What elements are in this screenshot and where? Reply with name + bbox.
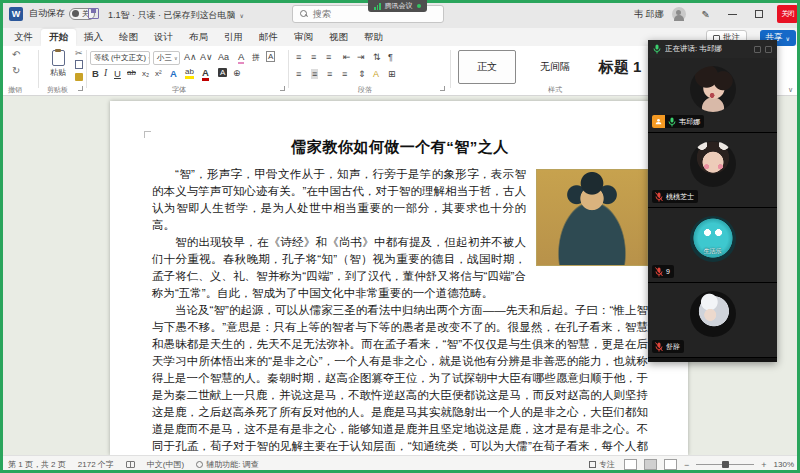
italic-button[interactable]: I: [104, 68, 107, 78]
subscript-button[interactable]: x₂: [142, 69, 149, 78]
close-button[interactable]: 关闭: [777, 5, 798, 23]
style-heading1[interactable]: 标题 1: [590, 50, 650, 84]
proofing-icon[interactable]: [126, 461, 135, 468]
layout-grid-icon[interactable]: [754, 46, 761, 53]
collapse-ribbon-icon[interactable]: ∨: [788, 86, 793, 94]
host-badge-icon: [652, 115, 665, 128]
show-marks-button[interactable]: ¶: [388, 52, 393, 62]
bold-button[interactable]: B: [92, 68, 99, 79]
margin-mark-icon: [144, 131, 151, 138]
participant-tile[interactable]: 韦邱娜: [648, 58, 777, 133]
participant-name: 韦邱娜: [679, 117, 700, 127]
language-indicator[interactable]: 中文(中国): [147, 459, 184, 470]
format-painter-button[interactable]: [75, 73, 83, 81]
cut-button[interactable]: ✂: [75, 48, 83, 58]
grow-font-button[interactable]: A∧: [184, 52, 197, 62]
save-icon[interactable]: [88, 8, 99, 19]
font-name-select[interactable]: 等线 (中文正文) ∨: [90, 51, 150, 65]
tab-layout[interactable]: 布局: [181, 29, 216, 46]
numbered-list-button[interactable]: ≡: [311, 52, 316, 62]
change-case-button[interactable]: Aa: [218, 52, 229, 62]
tab-view[interactable]: 视图: [321, 29, 356, 46]
undo-button[interactable]: ↶: [12, 49, 20, 60]
tab-design[interactable]: 设计: [146, 29, 181, 46]
meeting-header[interactable]: 正在讲话: 韦邱娜: [648, 40, 777, 58]
page-indicator[interactable]: 第 1 页，共 2 页: [8, 459, 66, 470]
tab-insert[interactable]: 插入: [76, 29, 111, 46]
font-size-select[interactable]: 小三 ∨: [153, 51, 180, 65]
pen-mode-icon[interactable]: ✎: [702, 9, 710, 20]
font-color-button[interactable]: A: [202, 67, 209, 81]
zoom-in-button[interactable]: +: [761, 460, 766, 470]
minimize-button[interactable]: [728, 14, 737, 15]
clear-format-button[interactable]: A: [238, 51, 244, 64]
clipboard-icon: [52, 50, 65, 66]
focus-mode-button[interactable]: 专注: [589, 459, 615, 470]
bullet-list-button[interactable]: ≡: [296, 52, 301, 62]
web-layout-button[interactable]: [664, 459, 677, 470]
participant-tile[interactable]: 桃桃芝士: [648, 133, 777, 208]
clipboard-dialog-launcher[interactable]: [78, 86, 83, 91]
borders-button[interactable]: ⊞: [388, 69, 396, 79]
shading-button[interactable]: A: [373, 69, 379, 79]
document-page[interactable]: 儒家教你如何做一个有“智”之人 “智”，形声字，甲骨文作从于，知声，行旁于是竽的…: [110, 101, 688, 455]
zoom-slider-knob[interactable]: [722, 461, 729, 468]
tab-review[interactable]: 审阅: [286, 29, 321, 46]
document-title-bar[interactable]: 1.1智 · 只读 · 已保存到这台电脑 ∨: [108, 9, 244, 22]
increase-indent-button[interactable]: ⇥: [357, 52, 365, 62]
account-name[interactable]: 韦 邱娜: [634, 8, 664, 21]
line-spacing-button[interactable]: ⇕: [358, 69, 366, 79]
group-label-paragraph: 段落: [358, 85, 372, 95]
style-normal[interactable]: 正文: [458, 50, 516, 84]
tab-mailings[interactable]: 邮件: [251, 29, 286, 46]
phonetic-guide-button[interactable]: 拼: [252, 52, 260, 63]
justify-button[interactable]: ≡: [342, 69, 347, 79]
superscript-button[interactable]: x²: [155, 69, 162, 78]
read-mode-button[interactable]: [624, 459, 637, 470]
tab-references[interactable]: 引用: [216, 29, 251, 46]
tab-home[interactable]: 开始: [41, 29, 76, 46]
word-app-icon[interactable]: W: [9, 7, 23, 21]
multilevel-list-button[interactable]: ≡: [326, 52, 331, 62]
participant-tile[interactable]: 舒辞: [648, 283, 777, 358]
font-dialog-launcher[interactable]: [280, 86, 285, 91]
char-shading-button[interactable]: A: [218, 68, 227, 77]
zoom-out-button[interactable]: −: [684, 460, 689, 470]
autosave-toggle[interactable]: 自动保存 关: [29, 7, 95, 20]
align-left-button[interactable]: ≡: [296, 69, 301, 79]
word-count[interactable]: 2172 个字: [78, 459, 114, 470]
avatar[interactable]: [672, 7, 686, 21]
decrease-indent-button[interactable]: ⇤: [343, 52, 351, 62]
paste-button[interactable]: 粘贴: [44, 50, 72, 78]
align-center-button[interactable]: ≡: [311, 69, 318, 79]
zoom-slider[interactable]: [696, 464, 754, 465]
align-right-button[interactable]: ≡: [327, 69, 332, 79]
style-no-spacing[interactable]: 无间隔: [526, 50, 584, 84]
confucius-painting[interactable]: [536, 169, 648, 266]
meeting-share-tag[interactable]: 腾讯会议: [368, 0, 427, 12]
copy-button[interactable]: [75, 60, 83, 69]
text-effects-button[interactable]: A: [170, 68, 177, 79]
shrink-font-button[interactable]: A∨: [200, 52, 213, 62]
underline-button[interactable]: U: [114, 68, 121, 79]
chevron-down-icon: ∨: [786, 35, 790, 42]
strikethrough-button[interactable]: ab: [127, 68, 136, 77]
sort-button[interactable]: ⇅: [373, 52, 381, 62]
focus-icon: [589, 461, 596, 468]
participant-tile[interactable]: 生活乐 9: [648, 208, 777, 283]
accessibility-status[interactable]: 辅助功能: 调查: [206, 459, 258, 470]
enclose-char-button[interactable]: ⊕: [233, 68, 241, 78]
restore-window-button[interactable]: [755, 10, 763, 18]
print-layout-button[interactable]: [644, 459, 657, 470]
zoom-level[interactable]: 130%: [774, 460, 794, 469]
redo-button[interactable]: ↻: [12, 65, 20, 76]
chevron-down-icon: ∨: [240, 12, 244, 19]
tab-help[interactable]: 帮助: [356, 29, 391, 46]
paragraph-dialog-launcher[interactable]: [440, 86, 445, 91]
tab-draw[interactable]: 绘图: [111, 29, 146, 46]
char-border-button[interactable]: A: [266, 51, 275, 62]
doc-paragraph: 当论及“智”的起源，可以从儒家三圣的看法中归纳出两个方面——先天和后起。子曰：“…: [152, 302, 648, 455]
tab-file[interactable]: 文件: [6, 29, 41, 46]
highlight-button[interactable]: ab: [185, 67, 194, 79]
expand-panel-icon[interactable]: [765, 46, 772, 53]
